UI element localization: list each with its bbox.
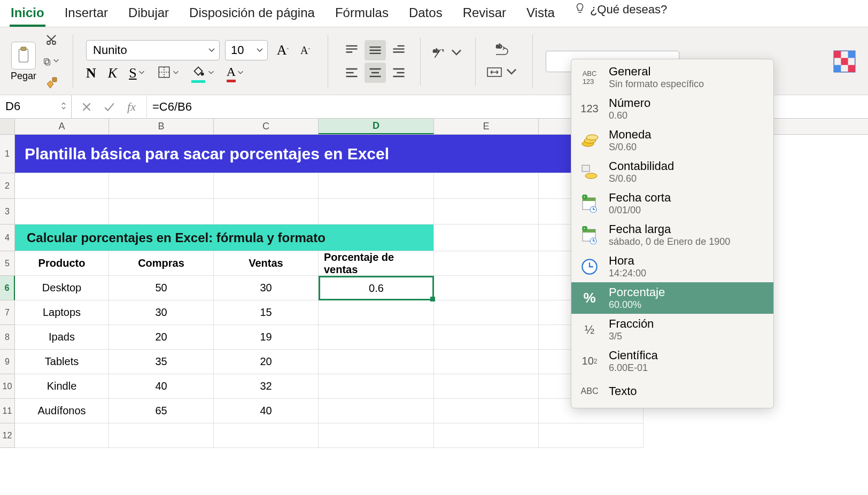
align-center-button[interactable] xyxy=(365,63,386,83)
cell[interactable] xyxy=(434,300,539,325)
align-top-button[interactable] xyxy=(341,40,362,60)
cell[interactable] xyxy=(214,423,319,448)
cell[interactable] xyxy=(214,173,319,199)
cell[interactable]: 40 xyxy=(214,399,319,423)
cell[interactable] xyxy=(539,423,644,448)
col-header-E[interactable]: E xyxy=(434,119,539,134)
format-option-general[interactable]: ABC123 GeneralSin formato específico xyxy=(571,61,773,93)
cell[interactable] xyxy=(434,276,539,300)
tab-formulas[interactable]: Fórmulas xyxy=(334,2,390,25)
copy-button[interactable] xyxy=(43,53,60,69)
cell[interactable] xyxy=(434,225,539,251)
cell[interactable]: 50 xyxy=(109,276,214,300)
cell[interactable] xyxy=(319,173,434,199)
cell[interactable] xyxy=(434,350,539,374)
insert-function-button[interactable]: fx xyxy=(124,99,139,114)
cell[interactable] xyxy=(434,251,539,276)
merge-center-button[interactable] xyxy=(486,64,520,80)
cell[interactable]: 30 xyxy=(214,276,319,300)
cell[interactable] xyxy=(214,199,319,225)
cell[interactable] xyxy=(319,350,434,374)
row-header-2[interactable]: 2 xyxy=(0,173,15,199)
col-header-B[interactable]: B xyxy=(109,119,214,134)
cell[interactable]: 32 xyxy=(214,374,319,399)
row-header-4[interactable]: 4 xyxy=(0,225,15,251)
format-option-fraction[interactable]: ½ Fracción3/5 xyxy=(571,314,773,345)
cell-selected[interactable]: 0.6 xyxy=(319,276,434,300)
cell[interactable] xyxy=(15,173,109,199)
cell-header-porcentaje[interactable]: Porcentaje de ventas xyxy=(319,251,434,276)
cell[interactable] xyxy=(109,423,214,448)
format-option-percent[interactable]: % Porcentaje60.00% xyxy=(571,282,773,314)
cell[interactable]: 20 xyxy=(109,325,214,350)
format-option-longdate[interactable]: + Fecha largasábado, 0 de Enero de 1900 xyxy=(571,219,773,251)
row-header-1[interactable]: 1 xyxy=(0,135,15,173)
cell[interactable]: Tablets xyxy=(15,350,109,374)
cell[interactable] xyxy=(319,199,434,225)
italic-button[interactable]: K xyxy=(108,65,117,81)
cell[interactable] xyxy=(109,173,214,199)
cell[interactable] xyxy=(109,199,214,225)
cell[interactable]: Ipads xyxy=(15,325,109,350)
cell[interactable] xyxy=(434,325,539,350)
fill-color-button[interactable] xyxy=(191,64,215,83)
align-left-button[interactable] xyxy=(341,63,362,83)
cell[interactable]: 20 xyxy=(214,350,319,374)
wrap-text-button[interactable]: ab xyxy=(495,43,511,57)
cell[interactable] xyxy=(434,374,539,399)
cell[interactable] xyxy=(319,300,434,325)
row-header-9[interactable]: 9 xyxy=(0,350,15,374)
format-option-number[interactable]: 123 Número0.60 xyxy=(571,93,773,125)
cell[interactable]: Desktop xyxy=(15,276,109,300)
tell-me-search[interactable]: ¿Qué deseas? xyxy=(574,2,667,17)
col-header-A[interactable]: A xyxy=(15,119,109,134)
col-header-C[interactable]: C xyxy=(214,119,319,134)
tab-data[interactable]: Datos xyxy=(408,2,444,25)
col-header-D[interactable]: D xyxy=(319,119,434,134)
increase-font-button[interactable]: Aˆ xyxy=(273,41,292,60)
align-right-button[interactable] xyxy=(388,63,409,83)
format-option-time[interactable]: Hora14:24:00 xyxy=(571,251,773,282)
cell[interactable] xyxy=(434,199,539,225)
font-size-select[interactable]: 10 xyxy=(225,40,268,60)
format-option-shortdate[interactable]: + Fecha corta0/01/00 xyxy=(571,188,773,219)
cell[interactable] xyxy=(319,399,434,423)
cell[interactable] xyxy=(434,173,539,199)
cell[interactable] xyxy=(319,325,434,350)
decrease-font-button[interactable]: Aˇ xyxy=(296,41,315,60)
cancel-formula-button[interactable] xyxy=(79,99,94,114)
cell[interactable] xyxy=(434,423,539,448)
row-header-10[interactable]: 10 xyxy=(0,374,15,399)
row-header-6[interactable]: 6 xyxy=(0,276,15,300)
cell[interactable]: 65 xyxy=(109,399,214,423)
cell[interactable]: 35 xyxy=(109,350,214,374)
tab-review[interactable]: Revisar xyxy=(462,2,507,25)
cell[interactable] xyxy=(319,374,434,399)
cell[interactable] xyxy=(434,399,539,423)
format-painter-button[interactable] xyxy=(43,75,60,91)
conditional-formatting-button[interactable] xyxy=(832,49,857,74)
select-all-corner[interactable] xyxy=(0,119,15,134)
borders-button[interactable] xyxy=(157,65,180,81)
cell[interactable]: Audífonos xyxy=(15,399,109,423)
font-color-button[interactable]: A xyxy=(227,65,244,82)
align-middle-button[interactable] xyxy=(365,40,386,60)
cell[interactable]: 15 xyxy=(214,300,319,325)
cell[interactable]: 19 xyxy=(214,325,319,350)
row-header-3[interactable]: 3 xyxy=(0,199,15,225)
cell-title[interactable]: Plantilla básica para sacar porcentajes … xyxy=(15,135,644,173)
cell[interactable] xyxy=(15,199,109,225)
font-name-select[interactable]: Nunito xyxy=(86,40,220,60)
format-option-text[interactable]: ABC Texto xyxy=(571,377,773,406)
accept-formula-button[interactable] xyxy=(102,99,117,114)
cell-section[interactable]: Calcular porcentajes en Excel: fórmula y… xyxy=(15,225,434,251)
tab-view[interactable]: Vista xyxy=(525,2,556,25)
orientation-button[interactable]: ab xyxy=(431,45,464,61)
align-bottom-button[interactable] xyxy=(388,40,409,60)
format-option-scientific[interactable]: 102 Científica6.00E-01 xyxy=(571,345,773,377)
cut-button[interactable] xyxy=(43,32,60,48)
tab-home[interactable]: Inicio xyxy=(10,2,45,27)
cell-header-ventas[interactable]: Ventas xyxy=(214,251,319,276)
row-header-5[interactable]: 5 xyxy=(0,251,15,276)
cell[interactable]: 30 xyxy=(109,300,214,325)
